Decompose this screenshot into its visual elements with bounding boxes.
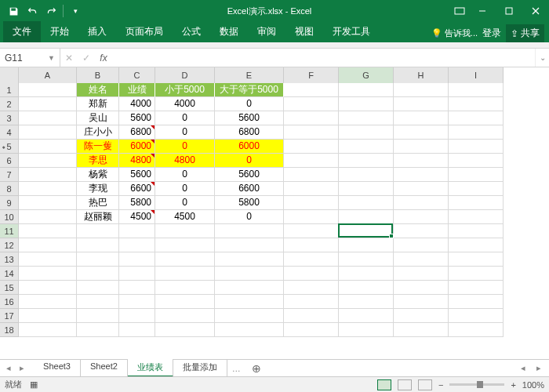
cell[interactable]: 5600 [119,168,155,182]
cell[interactable] [155,281,215,295]
cell[interactable] [119,252,155,267]
sheet-nav-buttons[interactable]: ◂ ▸ [0,363,34,373]
cell[interactable] [215,309,284,323]
row-header-17[interactable]: 17 [0,309,19,323]
row-header-18[interactable]: 18 [0,323,19,337]
cell[interactable]: 小于5000 [155,83,215,97]
cell[interactable] [284,168,339,182]
cell[interactable] [449,281,504,295]
cell[interactable]: 6000 [215,140,284,154]
cell[interactable] [394,210,449,224]
cell[interactable] [449,210,504,224]
col-header-A[interactable]: A [19,67,77,83]
cell[interactable]: 6600 [215,182,284,196]
cell[interactable]: 0 [155,125,215,140]
cell[interactable] [339,83,394,97]
cell[interactable] [284,238,339,252]
cell[interactable] [284,111,339,125]
cell[interactable] [155,323,215,337]
cell[interactable]: 0 [215,97,284,111]
cell[interactable] [284,196,339,210]
cell[interactable] [339,196,394,210]
cell[interactable]: 5600 [119,111,155,125]
col-header-H[interactable]: H [394,67,449,83]
qat-customize-icon[interactable]: ▾ [67,2,84,20]
name-box[interactable]: G11▼ [0,49,60,67]
tab-插入[interactable]: 插入 [78,21,116,42]
cell[interactable] [155,238,215,252]
row-header-3[interactable]: 3 [0,111,19,125]
cell[interactable] [394,97,449,111]
page-break-view-button[interactable] [418,379,432,390]
cell[interactable] [19,111,77,125]
maximize-button[interactable] [496,0,522,22]
cell[interactable] [339,238,394,252]
cell[interactable] [449,267,504,281]
col-header-E[interactable]: E [215,67,284,83]
cell[interactable]: 4800 [119,154,155,168]
cell[interactable] [284,267,339,281]
zoom-out-button[interactable]: − [438,380,443,390]
cell[interactable] [284,97,339,111]
cell[interactable] [339,281,394,295]
cell[interactable] [19,140,77,154]
cell[interactable] [449,97,504,111]
cell[interactable]: 5600 [215,168,284,182]
cell[interactable] [394,111,449,125]
cell[interactable]: 0 [155,140,215,154]
row-header-11[interactable]: 11 [0,224,19,238]
cell[interactable] [449,140,504,154]
cell[interactable] [394,295,449,309]
sheet-tab-Sheet2[interactable]: Sheet2 [81,359,128,377]
cell[interactable] [119,323,155,337]
cell[interactable] [215,238,284,252]
cell[interactable] [339,125,394,140]
cell[interactable] [449,309,504,323]
cell[interactable] [215,267,284,281]
cell[interactable] [19,182,77,196]
row-header-16[interactable]: 16 [0,295,19,309]
cell[interactable] [339,252,394,267]
tab-公式[interactable]: 公式 [173,21,210,42]
row-header-5[interactable]: ⬥5 [0,140,19,154]
cell[interactable] [155,252,215,267]
cell[interactable]: 0 [215,154,284,168]
cell[interactable] [339,210,394,224]
cell[interactable] [339,224,394,238]
cell[interactable] [215,323,284,337]
cell[interactable] [339,295,394,309]
cell[interactable]: 吴山 [77,111,119,125]
cell[interactable]: 4000 [155,97,215,111]
cell[interactable] [77,309,119,323]
zoom-in-button[interactable]: + [511,380,515,390]
cell[interactable] [339,267,394,281]
cell[interactable] [394,125,449,140]
cell[interactable]: 庄小小 [77,125,119,140]
cell[interactable] [19,267,77,281]
page-layout-view-button[interactable] [398,379,412,390]
sheet-tab-业绩表[interactable]: 业绩表 [128,359,173,377]
cell[interactable] [19,154,77,168]
cell[interactable] [119,309,155,323]
tab-开发工具[interactable]: 开发工具 [323,21,380,42]
cell[interactable] [394,238,449,252]
row-header-1[interactable]: 1 [0,83,19,97]
cell[interactable] [284,295,339,309]
cell[interactable] [119,295,155,309]
cell[interactable] [77,281,119,295]
cell[interactable]: 6600 [119,182,155,196]
cell[interactable]: 0 [155,196,215,210]
cell[interactable] [19,224,77,238]
share-button[interactable]: ⇪共享 [506,24,544,42]
cell[interactable] [215,252,284,267]
cell[interactable] [284,210,339,224]
col-header-D[interactable]: D [155,67,215,83]
minimize-button[interactable] [469,0,496,22]
cell[interactable] [77,238,119,252]
cell[interactable]: 热巴 [77,196,119,210]
cell[interactable]: 5800 [215,196,284,210]
cell[interactable] [119,238,155,252]
cell[interactable]: 姓名 [77,83,119,97]
row-header-6[interactable]: 6 [0,154,19,168]
cell[interactable] [449,252,504,267]
